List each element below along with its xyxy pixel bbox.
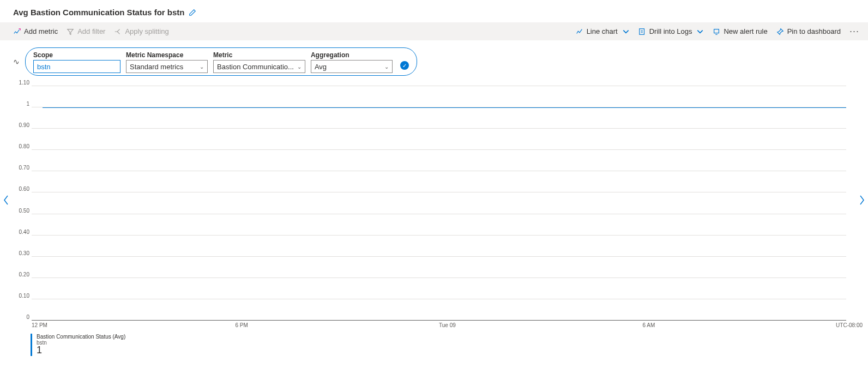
y-gridline: 1 xyxy=(32,107,846,107)
line-chart-button[interactable]: Line chart xyxy=(576,27,630,35)
y-gridline: 0.30 xyxy=(32,256,846,257)
y-gridline: 1.10 xyxy=(32,86,846,86)
aggregation-label: Aggregation xyxy=(311,51,393,59)
new-alert-label: New alert rule xyxy=(724,27,767,35)
metric-value: Bastion Communicatio... xyxy=(217,63,294,71)
drill-logs-button[interactable]: Drill into Logs xyxy=(638,27,704,35)
add-metric-button[interactable]: Add metric xyxy=(13,27,58,35)
apply-splitting-label: Apply splitting xyxy=(125,27,168,35)
split-icon xyxy=(114,28,122,35)
metric-label: Metric xyxy=(213,51,305,59)
y-tick-label: 0.30 xyxy=(19,250,29,256)
pill-confirm-icon[interactable]: ✓ xyxy=(400,61,409,70)
chevron-down-icon: ⌄ xyxy=(297,64,302,70)
chevron-down-icon xyxy=(622,28,630,35)
add-filter-label: Add filter xyxy=(77,27,105,35)
y-tick-label: 0.50 xyxy=(19,208,29,214)
metric-select[interactable]: Bastion Communicatio...⌄ xyxy=(213,60,305,73)
x-tick-label: 12 PM xyxy=(32,322,236,328)
aggregation-value: Avg xyxy=(315,63,327,71)
y-tick-label: 0.10 xyxy=(19,293,29,299)
x-tick-label: 6 PM xyxy=(236,322,439,328)
chart-legend[interactable]: Bastion Communication Status (Avg) bstn … xyxy=(31,334,846,356)
y-gridline: 0.40 xyxy=(32,235,846,236)
edit-icon[interactable] xyxy=(189,9,196,16)
scope-label: Scope xyxy=(33,51,120,59)
y-gridline: 0.50 xyxy=(32,214,846,214)
scroll-right-button[interactable] xyxy=(857,194,867,207)
alert-icon xyxy=(713,28,720,35)
legend-value: 1 xyxy=(37,345,846,356)
new-alert-button[interactable]: New alert rule xyxy=(713,27,767,35)
chevron-down-icon: ⌄ xyxy=(200,64,204,70)
y-tick-label: 0 xyxy=(26,314,29,320)
legend-series-name: Bastion Communication Status (Avg) xyxy=(37,334,846,340)
scroll-left-button[interactable] xyxy=(1,194,11,207)
y-gridline: 0.20 xyxy=(32,278,846,278)
namespace-label: Metric Namespace xyxy=(126,51,208,59)
chart-plot-area[interactable]: 1.1010.900.800.700.600.500.400.300.200.1… xyxy=(32,86,846,320)
line-chart-label: Line chart xyxy=(587,27,618,35)
logs-icon xyxy=(638,28,646,35)
drill-logs-label: Drill into Logs xyxy=(649,27,692,35)
more-button[interactable]: ··· xyxy=(849,26,859,37)
x-tick-label: 6 AM xyxy=(643,322,847,328)
chevron-down-icon: ⌄ xyxy=(384,64,389,70)
pin-dashboard-label: Pin to dashboard xyxy=(787,27,841,35)
pin-icon xyxy=(776,28,784,35)
y-gridline: 0.60 xyxy=(32,192,846,192)
chart-x-axis: 12 PM6 PMTue 096 AMUTC-08:00 xyxy=(32,322,846,328)
svg-rect-0 xyxy=(639,28,644,34)
y-tick-label: 0.60 xyxy=(19,186,29,192)
metric-config-pill: Scope bstn Metric Namespace Standard met… xyxy=(25,47,417,76)
y-gridline: 0.70 xyxy=(32,171,846,171)
x-tick-label: Tue 09 xyxy=(439,322,643,328)
line-chart-icon xyxy=(576,28,583,35)
y-tick-label: 0.80 xyxy=(19,143,29,149)
svg-rect-1 xyxy=(714,29,719,33)
y-gridline: 0 xyxy=(32,320,846,321)
timezone-label: UTC-08:00 xyxy=(836,322,863,328)
y-tick-label: 0.40 xyxy=(19,229,29,235)
y-gridline: 0.10 xyxy=(32,299,846,299)
series-handle-icon[interactable]: ∿ xyxy=(13,57,20,66)
scope-input[interactable]: bstn xyxy=(33,60,120,73)
add-metric-icon xyxy=(13,28,21,35)
y-tick-label: 1.10 xyxy=(19,80,29,86)
y-tick-label: 1 xyxy=(26,101,29,107)
chart-title: Avg Bastion Communication Status for bst… xyxy=(13,8,184,17)
filter-icon xyxy=(67,28,74,35)
pin-dashboard-button[interactable]: Pin to dashboard xyxy=(776,27,841,35)
chart-toolbar: Add metric Add filter Apply splitting Li… xyxy=(0,22,868,41)
chevron-down-icon xyxy=(696,28,704,35)
namespace-select[interactable]: Standard metrics⌄ xyxy=(126,60,208,73)
y-gridline: 0.80 xyxy=(32,149,846,150)
y-tick-label: 0.20 xyxy=(19,272,29,278)
add-filter-button[interactable]: Add filter xyxy=(67,27,105,35)
y-tick-label: 0.70 xyxy=(19,165,29,171)
apply-splitting-button[interactable]: Apply splitting xyxy=(114,27,168,35)
y-gridline: 0.90 xyxy=(32,128,846,129)
namespace-value: Standard metrics xyxy=(130,63,183,71)
y-tick-label: 0.90 xyxy=(19,122,29,128)
aggregation-select[interactable]: Avg⌄ xyxy=(311,60,393,73)
add-metric-label: Add metric xyxy=(24,27,58,35)
